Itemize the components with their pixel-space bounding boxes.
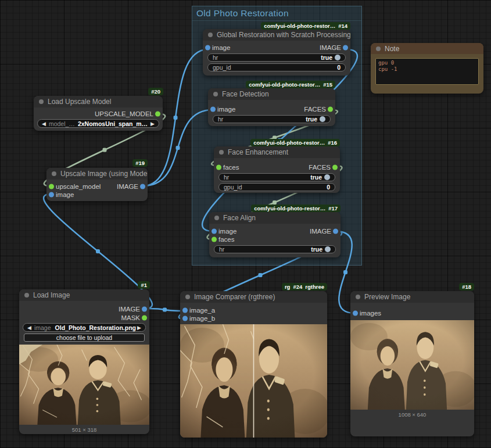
node-title: Face Align	[223, 214, 256, 222]
node-title: Preview Image	[364, 293, 410, 301]
node-title: Image Comparer (rgthree)	[194, 293, 275, 301]
input-label: image	[212, 44, 230, 51]
output-slot-mask[interactable]	[142, 315, 147, 320]
collapse-dot-icon[interactable]	[356, 295, 360, 299]
node-face-enhancement[interactable]: Face Enhancement faces FACES hr true gpu…	[214, 146, 340, 193]
toggle-knob-icon[interactable]	[325, 246, 331, 252]
node-upscale-image[interactable]: Upscale Image (using Model) upscale_mode…	[46, 168, 148, 201]
collapse-dot-icon[interactable]	[376, 46, 381, 51]
comparer-image[interactable]	[180, 324, 327, 438]
input-slot-upscale-model[interactable]	[49, 184, 54, 189]
node-title-bar[interactable]: Load Image	[19, 289, 149, 301]
node-title: Upscale Image (using Model)	[60, 170, 148, 178]
node-badge: comfyui-old-photo-restor…#14	[261, 22, 350, 30]
node-title-bar[interactable]: Upscale Image (using Model)	[46, 168, 148, 180]
node-face-detection[interactable]: Face Detection image FACES hr true	[208, 88, 335, 126]
output-slot-image[interactable]	[333, 229, 338, 234]
input-slot-image[interactable]	[212, 229, 217, 234]
widget-hr-toggle[interactable]: hr true	[218, 173, 335, 181]
collapse-dot-icon[interactable]	[39, 99, 44, 104]
widget-hr-toggle[interactable]: hr true	[213, 115, 331, 123]
combo-right-arrow-icon[interactable]: ▶	[150, 121, 155, 127]
widget-gpu-id[interactable]: gpu_id 0	[207, 63, 346, 71]
node-title: Load Image	[33, 291, 70, 299]
node-preview-image[interactable]: Preview Image images	[350, 291, 474, 436]
node-title: Face Detection	[222, 90, 269, 98]
combo-left-arrow-icon[interactable]: ◀	[42, 121, 46, 127]
collapse-dot-icon[interactable]	[24, 293, 29, 298]
input-slot-image[interactable]	[49, 192, 54, 198]
node-title-bar[interactable]: Face Align	[209, 212, 341, 224]
node-badge: comfyui-old-photo-restor…#16	[250, 139, 340, 146]
note-textarea[interactable]: gpu 0 cpu -1	[375, 58, 479, 85]
node-badge: rg#24rgthree	[282, 283, 327, 291]
node-badge: comfyui-old-photo-restor…#15	[246, 81, 335, 88]
group-title[interactable]: Old Photo Restoration	[192, 6, 361, 21]
node-title: Load Upscale Model	[48, 98, 111, 106]
toggle-knob-icon[interactable]	[324, 174, 330, 180]
collapse-dot-icon[interactable]	[185, 295, 190, 299]
node-title-bar[interactable]: Load Upscale Model	[34, 96, 163, 107]
output-slot-faces[interactable]	[332, 164, 338, 170]
output-slot-image[interactable]	[140, 184, 145, 189]
model-name-combo[interactable]: ◀ model_… 2xNomosUni_span_multijpg.pth ▶	[37, 119, 159, 128]
node-load-image[interactable]: Load Image IMAGE MASK ◀ image Old_Photo_…	[19, 289, 149, 434]
collapse-dot-icon[interactable]	[213, 92, 218, 96]
node-title-bar[interactable]: Preview Image	[350, 291, 474, 303]
input-slot-images[interactable]	[353, 310, 358, 316]
toggle-knob-icon[interactable]	[320, 116, 325, 122]
image-file-combo[interactable]: ◀ image Old_Photo_Restoration.png ▶	[23, 323, 146, 332]
node-title-bar[interactable]: Face Detection	[208, 88, 335, 100]
node-title: Face Enhancement	[228, 148, 288, 156]
toggle-knob-icon[interactable]	[335, 55, 341, 60]
node-title: Note	[385, 45, 399, 53]
widget-gpu-id[interactable]: gpu_id 0	[218, 183, 335, 191]
input-slot-image-a[interactable]	[182, 308, 188, 313]
output-slot-faces[interactable]	[328, 106, 333, 112]
node-graph-canvas[interactable]: Old Photo Restoration	[0, 0, 491, 448]
choose-file-button[interactable]: choose file to upload	[24, 334, 145, 342]
node-badge: #18	[459, 283, 474, 291]
node-title-bar[interactable]: Global Restoration with Scratch Processi…	[203, 29, 350, 41]
node-badge: #19	[132, 159, 148, 167]
output-slot-image[interactable]	[142, 306, 147, 311]
image-size-caption: 501 × 318	[19, 427, 149, 433]
node-global-restoration[interactable]: Global Restoration with Scratch Processi…	[203, 29, 350, 76]
combo-right-arrow-icon[interactable]: ▶	[137, 325, 141, 331]
load-image-preview	[19, 345, 149, 425]
node-image-comparer[interactable]: Image Comparer (rgthree) image_a image_b	[180, 291, 327, 438]
input-slot-image[interactable]	[210, 106, 216, 112]
collapse-dot-icon[interactable]	[52, 171, 56, 176]
input-slot-faces[interactable]	[216, 164, 221, 170]
node-face-align[interactable]: Face Align image IMAGE faces hr true	[209, 212, 341, 257]
node-title-bar[interactable]: Face Enhancement	[214, 146, 340, 158]
collapse-dot-icon[interactable]	[214, 216, 219, 220]
widget-hr-toggle[interactable]: hr true	[207, 53, 346, 62]
node-note[interactable]: Note gpu 0 cpu -1	[371, 43, 483, 94]
widget-hr-toggle[interactable]: hr true	[214, 245, 336, 253]
node-badge: #1	[138, 281, 150, 289]
node-load-upscale-model[interactable]: Load Upscale Model UPSCALE_MODEL ◀ model…	[34, 96, 163, 131]
input-slot-image[interactable]	[205, 45, 210, 50]
input-slot-image-b[interactable]	[182, 316, 188, 321]
node-badge: #20	[148, 88, 163, 95]
preview-image-thumbnail	[350, 320, 474, 410]
node-title-bar[interactable]: Image Comparer (rgthree)	[180, 291, 327, 303]
output-slot-upscale-model[interactable]	[155, 112, 160, 117]
node-title-bar[interactable]: Note	[371, 43, 483, 54]
combo-left-arrow-icon[interactable]: ◀	[27, 325, 31, 331]
collapse-dot-icon[interactable]	[219, 150, 224, 155]
image-size-caption: 1008 × 640	[350, 411, 474, 418]
node-badge: comfyui-old-photo-restor…#17	[251, 205, 341, 212]
output-label: IMAGE	[320, 44, 341, 51]
node-title: Global Restoration with Scratch Processi…	[217, 31, 350, 39]
output-slot-image[interactable]	[343, 45, 348, 50]
collapse-dot-icon[interactable]	[208, 33, 213, 37]
input-slot-faces[interactable]	[212, 237, 217, 242]
